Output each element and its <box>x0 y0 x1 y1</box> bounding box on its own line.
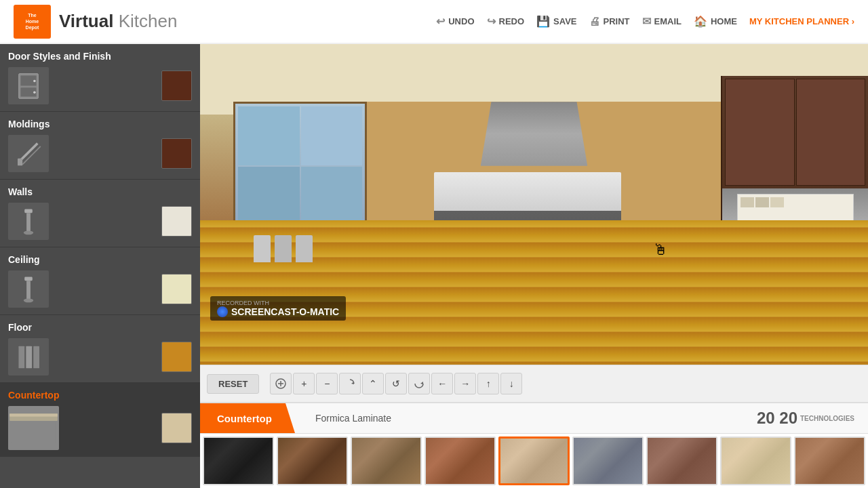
control-group: + − ⌃ ↺ ← → ↑ ↓ <box>270 373 522 394</box>
email-label: EMAIL <box>654 16 682 26</box>
undo-button[interactable]: ↩ UNDO <box>436 15 474 28</box>
floor-content <box>8 338 192 375</box>
tab-subtitle: Formica Laminate <box>295 403 757 433</box>
save-icon: 💾 <box>536 15 550 28</box>
2020-technologies-logo: 20 20 TECHNOLOGIES <box>757 403 868 433</box>
redo-label: REDO <box>499 16 525 26</box>
ceiling-swatch <box>161 274 192 304</box>
zoom-out-button[interactable]: − <box>316 373 338 394</box>
countertop-content <box>8 406 192 450</box>
svg-point-3 <box>33 79 36 82</box>
rotate-ccw-button[interactable]: ↺ <box>385 373 407 394</box>
walls-swatch <box>161 206 192 237</box>
sidebar-item-countertop[interactable]: Countertop <box>0 383 200 457</box>
pan-up-button[interactable]: ↑ <box>477 373 499 394</box>
countertop-tab[interactable]: Countertop <box>200 403 295 433</box>
pan-left-button[interactable]: ← <box>431 373 453 394</box>
print-label: PRINT <box>604 16 630 26</box>
swatch-s7[interactable] <box>646 436 717 485</box>
svg-rect-14 <box>18 346 24 368</box>
walls-icon <box>8 203 49 240</box>
pan-down-button[interactable]: ↓ <box>500 373 522 394</box>
logo-area: TheHomeDepot Virtual Kitchen <box>14 5 177 39</box>
sidebar: Door Styles and Finish Moldings <box>0 44 200 488</box>
svg-rect-11 <box>24 277 33 281</box>
walls-title: Walls <box>8 186 192 197</box>
app-title-light: Kitchen <box>119 11 178 31</box>
undo-label: UNDO <box>448 16 474 26</box>
swatch-s8[interactable] <box>720 436 791 485</box>
nav-actions: ↩ UNDO ↪ REDO 💾 SAVE 🖨 PRINT ✉ EMAIL 🏠 H… <box>436 15 854 28</box>
countertop-icon <box>8 406 59 450</box>
swatch-s6[interactable] <box>572 436 644 485</box>
home-label: HOME <box>711 16 737 26</box>
floor-swatch <box>161 342 192 372</box>
svg-marker-24 <box>420 382 423 384</box>
svg-rect-7 <box>18 158 22 165</box>
reset-button[interactable]: RESET <box>207 374 259 394</box>
swatch-s9[interactable] <box>794 436 865 485</box>
floor-title: Floor <box>8 322 192 333</box>
rotate-up-button[interactable]: ⌃ <box>362 373 384 394</box>
svg-point-13 <box>24 298 34 302</box>
print-button[interactable]: 🖨 PRINT <box>589 16 630 28</box>
ceiling-title: Ceiling <box>8 254 192 265</box>
print-icon: 🖨 <box>589 16 600 28</box>
app-title-bold: Virtual <box>59 11 113 31</box>
main-layout: Door Styles and Finish Moldings <box>0 44 868 488</box>
svg-rect-15 <box>26 346 32 368</box>
kitchen-range-hood <box>481 102 588 166</box>
sidebar-item-walls[interactable]: Walls <box>0 180 200 247</box>
moldings-icon <box>8 135 49 172</box>
rotate-reset-button[interactable] <box>339 373 361 394</box>
save-button[interactable]: 💾 SAVE <box>536 15 576 28</box>
view-controls: RESET + − ⌃ ↺ ← → ↑ ↓ <box>200 365 868 402</box>
svg-rect-16 <box>33 346 39 368</box>
sidebar-item-moldings[interactable]: Moldings <box>0 112 200 180</box>
kitchen-3d-view[interactable]: RECORDED WITH SCREENCAST-O-MATIC 🖱 <box>200 44 868 365</box>
sidebar-item-door-styles[interactable]: Door Styles and Finish <box>0 44 200 112</box>
swatch-s1[interactable] <box>203 436 274 485</box>
swatch-s4[interactable] <box>425 436 496 485</box>
redo-button[interactable]: ↪ REDO <box>487 15 525 28</box>
sidebar-item-ceiling[interactable]: Ceiling <box>0 247 200 315</box>
my-kitchen-planner-button[interactable]: MY KITCHEN PLANNER › <box>749 16 854 26</box>
bottom-panel: Countertop Formica Laminate 20 20 TECHNO… <box>200 402 868 488</box>
home-depot-logo[interactable]: TheHomeDepot <box>14 5 51 39</box>
kitchen-planner-label: MY KITCHEN PLANNER › <box>749 16 854 26</box>
view-area: RECORDED WITH SCREENCAST-O-MATIC 🖱 RESET… <box>200 44 868 488</box>
svg-point-4 <box>33 91 36 94</box>
header: TheHomeDepot Virtual Kitchen ↩ UNDO ↪ RE… <box>0 0 868 44</box>
home-icon: 🏠 <box>694 15 707 28</box>
logo-2020-sub: TECHNOLOGIES <box>800 415 854 422</box>
home-button[interactable]: 🏠 HOME <box>694 15 737 28</box>
sidebar-item-floor[interactable]: Floor <box>0 315 200 383</box>
svg-rect-12 <box>26 281 31 300</box>
pan-right-button[interactable]: → <box>454 373 476 394</box>
zoom-in-button[interactable]: + <box>293 373 315 394</box>
countertop-title: Countertop <box>8 390 192 401</box>
swatches-row <box>200 434 868 488</box>
moldings-title: Moldings <box>8 119 192 129</box>
ceiling-icon <box>8 270 49 308</box>
formica-label: Formica Laminate <box>315 413 391 424</box>
svg-rect-19 <box>9 413 58 416</box>
svg-rect-8 <box>24 209 33 213</box>
countertop-swatch <box>161 413 192 443</box>
svg-rect-18 <box>12 421 55 443</box>
svg-rect-9 <box>26 213 31 232</box>
door-styles-swatch <box>161 70 192 101</box>
save-label: SAVE <box>553 16 576 26</box>
dining-area <box>254 182 401 262</box>
swatch-s3[interactable] <box>351 436 422 485</box>
redo-icon: ↪ <box>487 15 496 28</box>
swatch-s5[interactable] <box>498 436 570 485</box>
moldings-content <box>8 135 192 172</box>
logo-2020-text: 20 20 <box>757 409 797 428</box>
email-button[interactable]: ✉ EMAIL <box>642 15 682 28</box>
ceiling-content <box>8 270 192 308</box>
orbit-button[interactable] <box>408 373 430 394</box>
zoom-2d-button[interactable] <box>270 373 292 394</box>
door-styles-title: Door Styles and Finish <box>8 51 192 62</box>
swatch-s2[interactable] <box>277 436 348 485</box>
